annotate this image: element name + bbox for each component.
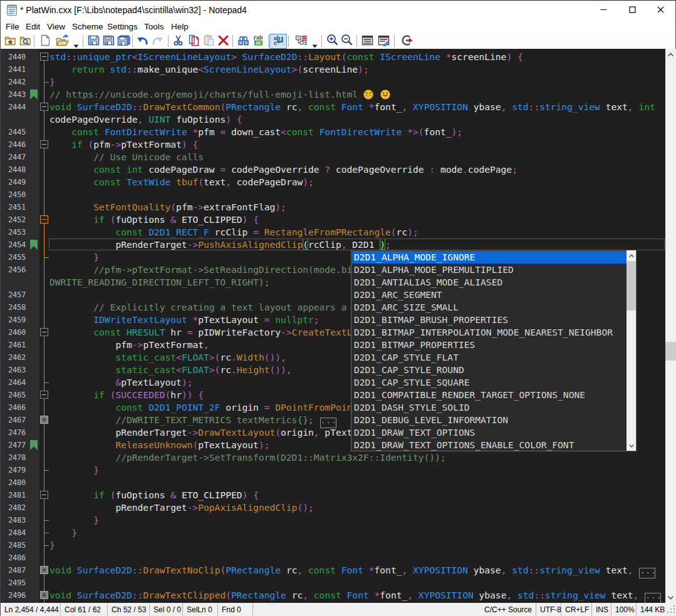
fold-collapse-marker[interactable] <box>40 103 48 111</box>
code-row[interactable]: } <box>49 76 55 88</box>
scrollbar-thumb[interactable] <box>627 261 636 311</box>
zoom-in-button[interactable] <box>325 34 340 49</box>
code-row[interactable]: void SurfaceD2D::DrawTextCommon(PRectang… <box>49 101 655 113</box>
code-row[interactable]: //pRenderTarget->SetTransform(D2D1::Matr… <box>49 451 446 464</box>
code-row[interactable]: pRenderTarget->PopAxisAlignedClip(); <box>49 501 314 514</box>
close-button[interactable] <box>647 1 675 19</box>
favorites-folder-button[interactable] <box>3 34 18 49</box>
autocomplete-item[interactable]: D2D1_ARC_SEGMENT <box>352 289 627 301</box>
minimize-button[interactable] <box>590 1 618 19</box>
fold-collapse-marker[interactable] <box>40 491 48 499</box>
scroll-down-arrow[interactable] <box>665 592 676 603</box>
save-as-button[interactable] <box>101 34 116 49</box>
code-row[interactable]: return std::make_unique<ScreenLineLayout… <box>49 63 369 76</box>
code-row[interactable]: static_cast<FLOAT>(rc.Height()), <box>49 364 292 376</box>
autocomplete-item[interactable]: D2D1_CAP_STYLE_ROUND <box>352 364 627 376</box>
autocomplete-item[interactable]: D2D1_BITMAP_PROPERTIES <box>352 339 627 351</box>
customize-schemes-button[interactable] <box>376 34 391 49</box>
menu-tools[interactable]: Tools <box>144 19 164 33</box>
paste-button[interactable] <box>201 34 216 49</box>
status-syntax-scheme[interactable]: C/C++ Source <box>481 603 536 616</box>
code-row[interactable]: if (fuOptions & ETO_CLIPPED) { <box>49 213 259 226</box>
code-row[interactable]: static_cast<FLOAT>(rc.Width()), <box>49 351 286 364</box>
autocomplete-item[interactable]: D2D1_ARC_SIZE_SMALL <box>352 301 627 314</box>
bookmark-icon[interactable] <box>30 440 38 453</box>
menu-settings[interactable]: Settings <box>107 19 138 33</box>
copy-button[interactable] <box>186 34 201 49</box>
menu-file[interactable]: File <box>6 19 19 33</box>
code-row[interactable]: const TextWide tbuf(text, codePageDraw); <box>49 176 314 188</box>
autocomplete-item[interactable]: D2D1_CAP_STYLE_FLAT <box>352 351 627 364</box>
code-row[interactable]: } <box>49 539 55 552</box>
replace-button[interactable]: ab ac <box>251 34 266 49</box>
autocomplete-item[interactable]: D2D1_ALPHA_MODE_IGNORE <box>352 251 627 264</box>
code-row[interactable]: if (pfm->pTextFormat) { <box>49 138 198 151</box>
maximize-button[interactable] <box>618 1 647 19</box>
status-character[interactable]: Ch 52 / 53 <box>108 603 150 616</box>
view-schemes-button[interactable] <box>360 34 375 49</box>
autocomplete-item[interactable]: D2D1_DEBUG_LEVEL_INFORMATION <box>352 414 627 426</box>
scroll-down-arrow[interactable] <box>627 441 636 451</box>
new-file-button[interactable] <box>38 34 53 49</box>
autocomplete-item[interactable]: D2D1_DASH_STYLE_SOLID <box>352 401 627 414</box>
status-column[interactable]: Col 61 / 62 <box>61 603 108 616</box>
scroll-up-arrow[interactable] <box>627 250 636 260</box>
autocomplete-item[interactable]: D2D1_ANTIALIAS_MODE_ALIASED <box>352 276 627 289</box>
code-row[interactable]: if (SUCCEEDED(hr)) { <box>49 389 204 401</box>
word-wrap-button[interactable]: ab c <box>269 34 287 49</box>
autocomplete-item[interactable]: D2D1_CAP_STYLE_SQUARE <box>352 376 627 389</box>
status-find-count[interactable]: Fnd 0 <box>218 603 253 616</box>
scroll-up-arrow[interactable] <box>665 49 676 59</box>
fold-collapse-marker[interactable] <box>40 215 48 223</box>
code-row[interactable]: } <box>49 464 99 476</box>
code-row[interactable]: } <box>49 526 77 539</box>
code-row[interactable]: &pTextLayout); <box>49 376 192 389</box>
code-row[interactable]: pfm->pTextFormat, <box>49 339 209 351</box>
menu-edit[interactable]: Edit <box>26 19 40 33</box>
fold-collapse-marker[interactable] <box>40 328 48 336</box>
cut-button[interactable] <box>170 34 185 49</box>
status-caret-position[interactable]: Ln 2,454 / 4,444 <box>1 603 61 616</box>
save-copy-button[interactable] <box>116 34 131 49</box>
scheme-config-button[interactable] <box>294 34 309 49</box>
code-row[interactable]: // Use Unicode calls <box>49 151 204 163</box>
status-encoding[interactable]: UTF-8 <box>536 603 561 616</box>
save-button[interactable] <box>86 34 101 49</box>
code-row[interactable]: } <box>49 251 99 264</box>
code-row[interactable]: const D2D1_RECT_F rcClip = RectangleFrom… <box>49 226 419 239</box>
autocomplete-item[interactable]: D2D1_BITMAP_BRUSH_PROPERTIES <box>352 314 627 326</box>
scrollbar-thumb[interactable] <box>665 342 676 361</box>
redo-button[interactable] <box>150 34 165 49</box>
autocomplete-item[interactable]: D2D1_DRAW_TEXT_OPTIONS_ENABLE_COLOR_FONT <box>352 439 627 451</box>
exit-button[interactable] <box>399 34 414 49</box>
status-selection[interactable]: Sel 0 / 0 <box>150 603 183 616</box>
autocomplete-scrollbar[interactable] <box>627 250 636 451</box>
code-row[interactable]: SetFontQuality(pfm->extraFontFlag); <box>49 201 286 213</box>
fold-collapse-marker[interactable] <box>40 53 48 61</box>
code-row[interactable]: void SurfaceD2D::DrawTextNoClip(PRectang… <box>49 564 655 577</box>
code-row[interactable]: if (fuOptions & ETO_CLIPPED) { <box>49 489 259 501</box>
open-file-button[interactable] <box>55 34 70 49</box>
code-row[interactable]: DWRITE_READING_DIRECTION_LEFT_TO_RIGHT); <box>49 276 269 289</box>
code-row[interactable]: const int codePageDraw = codePageOverrid… <box>49 163 517 176</box>
fold-collapse-marker[interactable] <box>40 391 48 399</box>
code-row[interactable]: std::unique_ptr<IScreenLineLayout> Surfa… <box>49 51 523 63</box>
bookmark-icon[interactable] <box>30 240 38 252</box>
fold-expand-marker[interactable] <box>40 566 48 574</box>
code-row[interactable]: ReleaseUnknown(pTextLayout); <box>49 439 269 451</box>
autocomplete-item[interactable]: D2D1_ALPHA_MODE_PREMULTIPLIED <box>352 264 627 276</box>
code-row[interactable]: void SurfaceD2D::DrawTextClipped(PRectan… <box>49 589 661 602</box>
autocomplete-item[interactable]: D2D1_BITMAP_INTERPOLATION_MODE_NEAREST_N… <box>352 326 627 339</box>
code-row[interactable]: const FontDirectWrite *pfm = down_cast<c… <box>49 126 462 138</box>
code-row[interactable]: codePageOverride, UINT fuOptions) { <box>49 113 242 126</box>
code-row[interactable]: } <box>49 514 99 526</box>
editor-vertical-scrollbar[interactable] <box>665 49 676 603</box>
autocomplete-item[interactable]: D2D1_COMPATIBLE_RENDER_TARGET_OPTIONS_NO… <box>352 389 627 401</box>
resize-grip[interactable] <box>667 605 675 615</box>
status-selected-lines[interactable]: SelLn 0 <box>183 603 218 616</box>
fold-expand-marker[interactable] <box>40 416 48 424</box>
fold-expand-marker[interactable] <box>40 591 48 599</box>
code-row[interactable]: //DWRITE_TEXT_METRICS textMetrics{}; ··· <box>49 414 336 426</box>
browse-folder-button[interactable] <box>18 34 33 49</box>
menu-help[interactable]: Help <box>171 19 189 33</box>
